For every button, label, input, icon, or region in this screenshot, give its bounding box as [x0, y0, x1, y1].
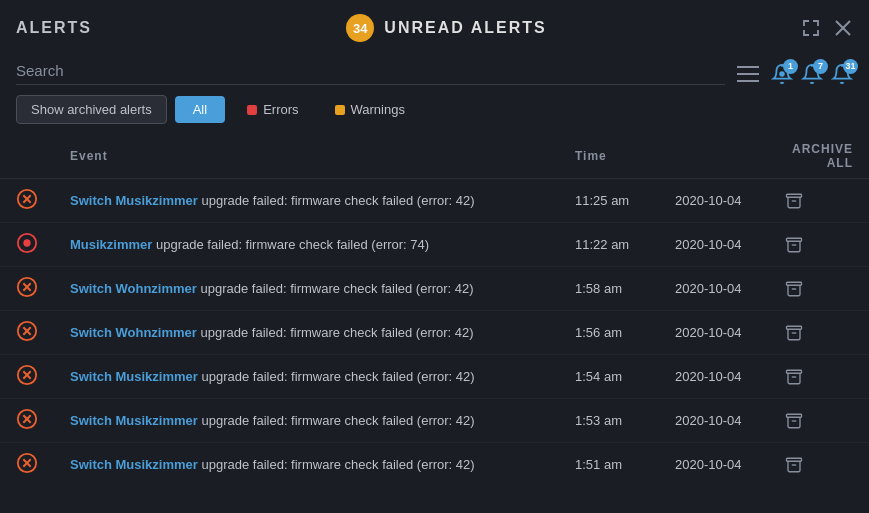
row-time: 11:25 am	[559, 179, 659, 223]
search-row: 1 7 31	[0, 56, 869, 85]
filter-errors-button[interactable]: Errors	[233, 96, 312, 123]
col-archive-header[interactable]: ARCHIVE ALL	[769, 134, 869, 179]
event-message: upgrade failed: firmware check failed (e…	[202, 369, 475, 384]
row-date: 2020-10-04	[659, 443, 769, 483]
close-button[interactable]	[833, 18, 853, 38]
alerts-table: Event Time ARCHIVE ALL Switch Musikzimme…	[0, 134, 869, 482]
show-archived-button[interactable]: Show archived alerts	[16, 95, 167, 124]
svg-rect-35	[787, 414, 802, 417]
row-event: Musikzimmer upgrade failed: firmware che…	[54, 223, 559, 267]
archive-button[interactable]	[785, 324, 803, 342]
archive-button[interactable]	[785, 280, 803, 298]
page-title: ALERTS	[16, 19, 92, 37]
archive-button[interactable]	[785, 368, 803, 386]
svg-rect-25	[787, 326, 802, 329]
event-message: upgrade failed: firmware check failed (e…	[201, 281, 474, 296]
svg-rect-40	[787, 458, 802, 461]
event-message: upgrade failed: firmware check failed (e…	[202, 413, 475, 428]
table-row: Switch Wohnzimmer upgrade failed: firmwa…	[0, 267, 869, 311]
row-time: 1:54 am	[559, 355, 659, 399]
search-wrapper	[16, 62, 725, 85]
row-date: 2020-10-04	[659, 267, 769, 311]
bell-3-button[interactable]: 31	[831, 63, 853, 85]
warnings-dot	[335, 105, 345, 115]
icon-group: 1 7 31	[737, 63, 853, 85]
header-center: 34 UNREAD ALERTS	[346, 14, 546, 42]
col-date-header	[659, 134, 769, 179]
filter-warnings-button[interactable]: Warnings	[321, 96, 419, 123]
archive-button[interactable]	[785, 236, 803, 254]
list-view-button[interactable]	[737, 65, 759, 83]
bell-2-button[interactable]: 7	[801, 63, 823, 85]
row-archive-cell	[769, 267, 869, 311]
row-time: 1:58 am	[559, 267, 659, 311]
row-date: 2020-10-04	[659, 355, 769, 399]
expand-button[interactable]	[801, 18, 821, 38]
alerts-table-container: Event Time ARCHIVE ALL Switch Musikzimme…	[0, 134, 869, 482]
entity-link[interactable]: Switch Musikzimmer	[70, 413, 198, 428]
search-input[interactable]	[16, 62, 206, 79]
row-time: 1:53 am	[559, 399, 659, 443]
event-message: upgrade failed: firmware check failed (e…	[202, 193, 475, 208]
row-event: Switch Musikzimmer upgrade failed: firmw…	[54, 399, 559, 443]
row-archive-cell	[769, 399, 869, 443]
row-event: Switch Musikzimmer upgrade failed: firmw…	[54, 443, 559, 483]
row-event: Switch Wohnzimmer upgrade failed: firmwa…	[54, 311, 559, 355]
row-time: 11:22 am	[559, 223, 659, 267]
errors-dot	[247, 105, 257, 115]
row-archive-cell	[769, 179, 869, 223]
row-event: Switch Musikzimmer upgrade failed: firmw…	[54, 179, 559, 223]
row-date: 2020-10-04	[659, 179, 769, 223]
svg-rect-15	[787, 238, 802, 241]
row-icon	[0, 267, 54, 311]
row-icon	[0, 355, 54, 399]
row-date: 2020-10-04	[659, 399, 769, 443]
row-archive-cell	[769, 223, 869, 267]
row-icon	[0, 223, 54, 267]
event-message: upgrade failed: firmware check failed (e…	[202, 457, 475, 472]
row-time: 1:51 am	[559, 443, 659, 483]
archive-button[interactable]	[785, 192, 803, 210]
svg-rect-30	[787, 370, 802, 373]
entity-link[interactable]: Switch Wohnzimmer	[70, 281, 197, 296]
col-time-header: Time	[559, 134, 659, 179]
table-row: Switch Musikzimmer upgrade failed: firmw…	[0, 179, 869, 223]
entity-link[interactable]: Switch Musikzimmer	[70, 193, 198, 208]
bell-2-badge: 7	[813, 59, 828, 74]
table-row: Musikzimmer upgrade failed: firmware che…	[0, 223, 869, 267]
col-event-header: Event	[54, 134, 559, 179]
row-icon	[0, 399, 54, 443]
table-row: Switch Musikzimmer upgrade failed: firmw…	[0, 355, 869, 399]
svg-point-5	[779, 71, 785, 77]
bell-3-badge: 31	[843, 59, 858, 74]
entity-link[interactable]: Switch Musikzimmer	[70, 457, 198, 472]
row-archive-cell	[769, 311, 869, 355]
archive-button[interactable]	[785, 456, 803, 474]
row-date: 2020-10-04	[659, 223, 769, 267]
row-time: 1:56 am	[559, 311, 659, 355]
entity-link[interactable]: Musikzimmer	[70, 237, 152, 252]
svg-rect-20	[787, 282, 802, 285]
unread-badge: 34	[346, 14, 374, 42]
row-event: Switch Wohnzimmer upgrade failed: firmwa…	[54, 267, 559, 311]
filter-row: Show archived alerts All Errors Warnings	[0, 85, 869, 134]
svg-rect-11	[787, 194, 802, 197]
bell-1-button[interactable]: 1	[771, 63, 793, 85]
entity-link[interactable]: Switch Musikzimmer	[70, 369, 198, 384]
archive-button[interactable]	[785, 412, 803, 430]
header: ALERTS 34 UNREAD ALERTS	[0, 0, 869, 56]
row-icon	[0, 311, 54, 355]
row-icon	[0, 179, 54, 223]
row-archive-cell	[769, 443, 869, 483]
entity-link[interactable]: Switch Wohnzimmer	[70, 325, 197, 340]
event-message: upgrade failed: firmware check failed (e…	[156, 237, 429, 252]
table-row: Switch Wohnzimmer upgrade failed: firmwa…	[0, 311, 869, 355]
filter-all-button[interactable]: All	[175, 96, 225, 123]
row-event: Switch Musikzimmer upgrade failed: firmw…	[54, 355, 559, 399]
bell-1-badge: 1	[783, 59, 798, 74]
svg-point-14	[23, 239, 30, 246]
warnings-label: Warnings	[351, 102, 405, 117]
row-archive-cell	[769, 355, 869, 399]
row-icon	[0, 443, 54, 483]
row-date: 2020-10-04	[659, 311, 769, 355]
